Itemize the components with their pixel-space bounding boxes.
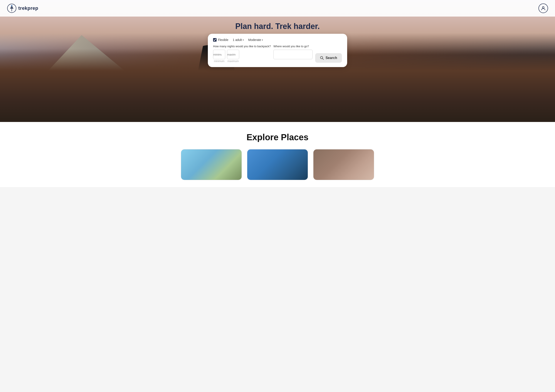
place-card-1-image bbox=[181, 149, 241, 180]
search-box-top-row: Flexible 1 adult ▾ Moderate ▾ bbox=[213, 38, 342, 42]
hero-tent-decoration bbox=[0, 30, 233, 122]
logo-icon bbox=[7, 3, 16, 13]
maximum-wrap: maximum bbox=[227, 50, 239, 63]
difficulty-dropdown[interactable]: Moderate ▾ bbox=[248, 38, 263, 42]
minimum-label: minimum bbox=[214, 60, 225, 63]
user-icon bbox=[541, 6, 546, 11]
search-button-label: Search bbox=[326, 56, 337, 60]
minimum-nights-input[interactable] bbox=[213, 50, 225, 59]
search-icon bbox=[320, 56, 324, 60]
user-profile-button[interactable] bbox=[539, 3, 548, 13]
search-box-bottom-row: How many nights would you like to backpa… bbox=[213, 45, 342, 63]
flexible-label: Flexible bbox=[218, 38, 228, 42]
svg-point-4 bbox=[542, 7, 544, 8]
place-card-2[interactable] bbox=[247, 149, 308, 180]
minimum-wrap: minimum bbox=[213, 50, 225, 63]
logo-area: trekprep bbox=[7, 3, 38, 13]
adults-label: 1 adult bbox=[233, 38, 242, 42]
flexible-checkbox-label[interactable]: Flexible bbox=[213, 38, 228, 42]
destination-question: Where would you like to go? bbox=[273, 45, 312, 48]
place-card-3-image bbox=[314, 149, 374, 180]
explore-title: Explore Places bbox=[7, 133, 548, 142]
search-button[interactable]: Search bbox=[315, 53, 342, 63]
place-card-1[interactable] bbox=[181, 149, 242, 180]
place-card-2-image bbox=[247, 149, 308, 180]
adults-dropdown[interactable]: 1 adult ▾ bbox=[233, 38, 244, 42]
nights-question: How many nights would you like to backpa… bbox=[213, 45, 271, 48]
difficulty-chevron-icon: ▾ bbox=[262, 39, 263, 41]
hero-tagline: Plan hard. Trek harder. bbox=[235, 22, 320, 31]
maximum-label: maximum bbox=[227, 60, 239, 63]
place-card-3[interactable] bbox=[313, 149, 374, 180]
maximum-nights-input[interactable] bbox=[227, 50, 239, 59]
navbar: trekprep bbox=[0, 0, 555, 16]
destination-input[interactable] bbox=[273, 50, 312, 59]
explore-cards-container bbox=[7, 149, 548, 180]
search-box: Flexible 1 adult ▾ Moderate ▾ How many n… bbox=[208, 34, 347, 67]
nights-section: How many nights would you like to backpa… bbox=[213, 45, 271, 63]
destination-section: Where would you like to go? bbox=[273, 45, 312, 59]
explore-section: Explore Places bbox=[0, 122, 555, 187]
difficulty-label: Moderate bbox=[248, 38, 261, 42]
adults-chevron-icon: ▾ bbox=[243, 39, 244, 41]
nights-inputs-row: minimum maximum bbox=[213, 50, 271, 63]
hero-section: Plan hard. Trek harder. Flexible 1 adult… bbox=[0, 0, 555, 122]
brand-name: trekprep bbox=[18, 6, 38, 11]
flexible-checkbox[interactable] bbox=[213, 38, 217, 42]
svg-point-2 bbox=[11, 5, 12, 6]
svg-line-6 bbox=[322, 59, 323, 60]
